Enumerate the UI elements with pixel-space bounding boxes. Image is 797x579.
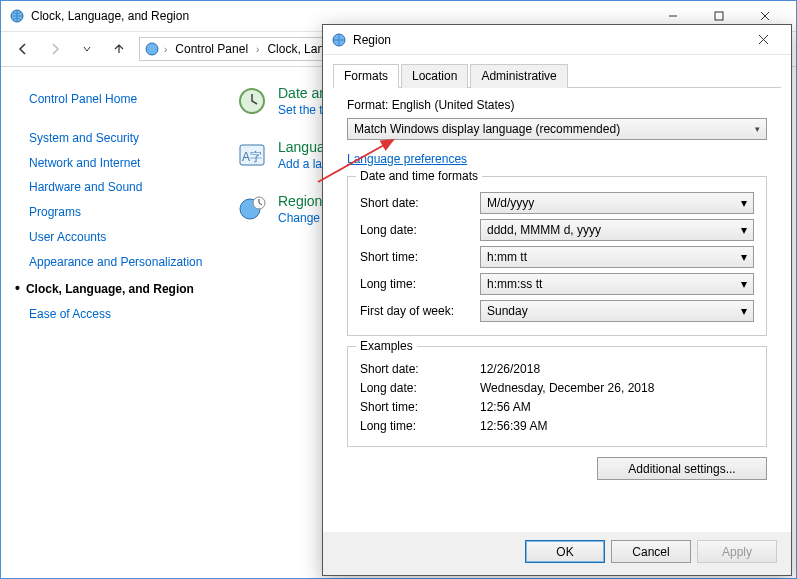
breadcrumb-icon bbox=[144, 41, 160, 57]
chevron-down-icon: ▾ bbox=[741, 196, 747, 210]
cp-title: Clock, Language, and Region bbox=[31, 9, 189, 23]
language-icon: A字 bbox=[236, 139, 268, 171]
chevron-down-icon: ▾ bbox=[741, 223, 747, 237]
close-button[interactable] bbox=[743, 25, 783, 55]
ex-long-date-value: Wednesday, December 26, 2018 bbox=[480, 381, 754, 395]
region-title: Region bbox=[353, 33, 391, 47]
ex-long-time-value: 12:56:39 AM bbox=[480, 419, 754, 433]
format-label: Format: bbox=[347, 98, 388, 112]
tab-administrative[interactable]: Administrative bbox=[470, 64, 567, 88]
tab-formats[interactable]: Formats bbox=[333, 64, 399, 88]
examples-group: Examples Short date:12/26/2018 Long date… bbox=[347, 346, 767, 447]
dtf-legend: Date and time formats bbox=[356, 169, 482, 183]
recent-locations-button[interactable] bbox=[75, 37, 99, 61]
ex-short-date-value: 12/26/2018 bbox=[480, 362, 754, 376]
short-time-label: Short time: bbox=[360, 250, 480, 264]
region-titlebar: Region bbox=[323, 25, 791, 55]
additional-settings-button[interactable]: Additional settings... bbox=[597, 457, 767, 480]
svg-point-5 bbox=[146, 43, 158, 55]
sidebar-item-user-accounts[interactable]: User Accounts bbox=[29, 227, 206, 248]
sidebar-item-system[interactable]: System and Security bbox=[29, 128, 206, 149]
tab-location[interactable]: Location bbox=[401, 64, 468, 88]
first-day-dropdown[interactable]: Sunday▾ bbox=[480, 300, 754, 322]
date-time-formats-group: Date and time formats Short date:M/d/yyy… bbox=[347, 176, 767, 336]
control-panel-icon bbox=[9, 8, 25, 24]
region-icon bbox=[236, 193, 268, 225]
sidebar-item-programs[interactable]: Programs bbox=[29, 202, 206, 223]
chevron-down-icon: ▾ bbox=[741, 277, 747, 291]
svg-rect-2 bbox=[715, 12, 723, 20]
tabs: Formats Location Administrative bbox=[333, 63, 781, 88]
apply-button[interactable]: Apply bbox=[697, 540, 777, 563]
ex-short-date-label: Short date: bbox=[360, 362, 480, 376]
clock-icon bbox=[236, 85, 268, 117]
short-date-dropdown[interactable]: M/d/yyyy▾ bbox=[480, 192, 754, 214]
sidebar-home[interactable]: Control Panel Home bbox=[29, 89, 206, 110]
sidebar-item-network[interactable]: Network and Internet bbox=[29, 153, 206, 174]
forward-button[interactable] bbox=[43, 37, 67, 61]
region-dialog: Region Formats Location Administrative F… bbox=[322, 24, 792, 576]
up-button[interactable] bbox=[107, 37, 131, 61]
ok-button[interactable]: OK bbox=[525, 540, 605, 563]
region-icon bbox=[331, 32, 347, 48]
short-time-dropdown[interactable]: h:mm tt▾ bbox=[480, 246, 754, 268]
long-date-dropdown[interactable]: dddd, MMMM d, yyyy▾ bbox=[480, 219, 754, 241]
sidebar-item-hardware[interactable]: Hardware and Sound bbox=[29, 177, 206, 198]
first-day-label: First day of week: bbox=[360, 304, 480, 318]
chevron-down-icon: ▾ bbox=[741, 304, 747, 318]
chevron-right-icon: › bbox=[164, 44, 167, 55]
tab-content-formats: Format: English (United States) Match Wi… bbox=[333, 88, 781, 532]
chevron-down-icon: ▾ bbox=[741, 250, 747, 264]
long-date-label: Long date: bbox=[360, 223, 480, 237]
sidebar-item-clock-language-region[interactable]: Clock, Language, and Region bbox=[29, 277, 206, 301]
format-dropdown-value: Match Windows display language (recommen… bbox=[354, 122, 620, 136]
chevron-right-icon: › bbox=[256, 44, 259, 55]
chevron-down-icon: ▾ bbox=[755, 124, 760, 134]
ex-short-time-value: 12:56 AM bbox=[480, 400, 754, 414]
back-button[interactable] bbox=[11, 37, 35, 61]
breadcrumb-root[interactable]: Control Panel bbox=[171, 40, 252, 58]
cp-sidebar: Control Panel Home System and Security N… bbox=[1, 67, 216, 578]
language-preferences-link[interactable]: Language preferences bbox=[347, 152, 467, 166]
ex-long-date-label: Long date: bbox=[360, 381, 480, 395]
cancel-button[interactable]: Cancel bbox=[611, 540, 691, 563]
ex-long-time-label: Long time: bbox=[360, 419, 480, 433]
svg-text:A字: A字 bbox=[242, 150, 262, 164]
ex-short-time-label: Short time: bbox=[360, 400, 480, 414]
format-value: English (United States) bbox=[392, 98, 515, 112]
short-date-label: Short date: bbox=[360, 196, 480, 210]
long-time-dropdown[interactable]: h:mm:ss tt▾ bbox=[480, 273, 754, 295]
sidebar-item-ease-of-access[interactable]: Ease of Access bbox=[29, 304, 206, 325]
dialog-button-row: OK Cancel Apply bbox=[323, 532, 791, 575]
format-dropdown[interactable]: Match Windows display language (recommen… bbox=[347, 118, 767, 140]
examples-legend: Examples bbox=[356, 339, 417, 353]
long-time-label: Long time: bbox=[360, 277, 480, 291]
sidebar-item-appearance[interactable]: Appearance and Personalization bbox=[29, 252, 206, 273]
